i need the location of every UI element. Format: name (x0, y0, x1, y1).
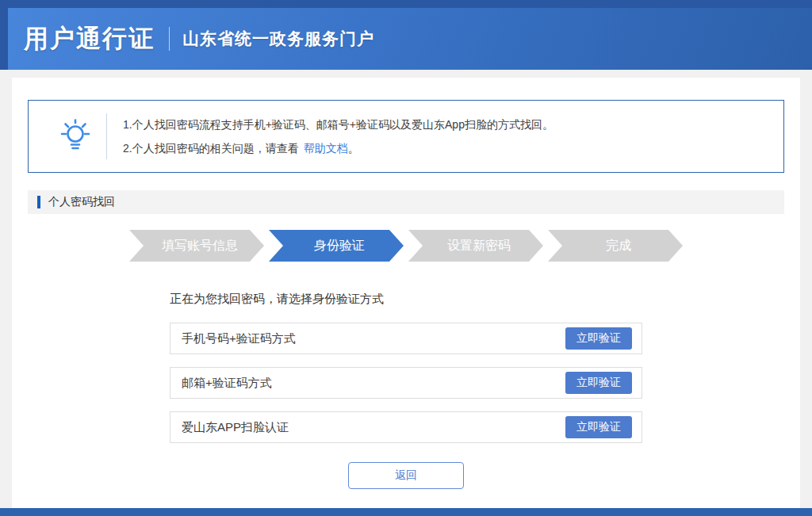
step-complete: 完成 (548, 230, 683, 262)
notice-line-2-text: 2.个人找回密码的相关问题，请查看 (123, 142, 299, 155)
option-label: 手机号码+验证码方式 (182, 331, 296, 346)
portal-subtitle: 山东省统一政务服务门户 (182, 28, 374, 50)
section-title: 个人密码找回 (48, 195, 115, 209)
header-inner: 用户通行证 山东省统一政务服务门户 (0, 8, 812, 70)
steps-bar: 填写账号信息 身份验证 设置新密码 完成 (28, 230, 784, 262)
lightbulb-icon (44, 118, 106, 155)
verify-now-button-email[interactable]: 立即验证 (565, 372, 632, 394)
option-row-email: 邮箱+验证码方式 立即验证 (170, 367, 642, 399)
step-label: 完成 (599, 238, 631, 254)
verify-now-button-face[interactable]: 立即验证 (565, 416, 632, 438)
step-label: 填写账号信息 (155, 238, 238, 254)
section-header: 个人密码找回 (28, 190, 784, 214)
content-card: 1.个人找回密码流程支持手机+验证码、邮箱号+验证码以及爱山东App扫脸的方式找… (12, 78, 800, 508)
verify-now-button-phone[interactable]: 立即验证 (565, 327, 632, 350)
help-doc-link[interactable]: 帮助文档 (304, 142, 348, 155)
step-label: 设置新密码 (441, 238, 511, 254)
notice-text: 1.个人找回密码流程支持手机+验证码、邮箱号+验证码以及爱山东App扫脸的方式找… (123, 113, 553, 160)
notice-line-2: 2.个人找回密码的相关问题，请查看帮助文档。 (123, 136, 553, 160)
page-title: 用户通行证 (24, 22, 155, 55)
header-top-strip (0, 0, 812, 8)
header: 用户通行证 山东省统一政务服务门户 (0, 0, 812, 70)
notice-line-2-period: 。 (348, 142, 359, 155)
step-label: 身份验证 (308, 238, 365, 254)
verification-panel: 正在为您找回密码，请选择身份验证方式 手机号码+验证码方式 立即验证 邮箱+验证… (170, 292, 642, 489)
option-row-phone: 手机号码+验证码方式 立即验证 (170, 323, 642, 354)
notice-divider (106, 113, 107, 159)
back-button[interactable]: 返回 (348, 462, 464, 489)
option-label: 邮箱+验证码方式 (182, 376, 272, 391)
title-divider (169, 27, 170, 51)
option-label: 爱山东APP扫脸认证 (182, 420, 289, 435)
footer-bar (0, 508, 812, 516)
section-marker (37, 196, 40, 208)
step-identity-verification: 身份验证 (269, 230, 404, 262)
option-row-face-scan: 爱山东APP扫脸认证 立即验证 (170, 411, 642, 443)
step-fill-account-info: 填写账号信息 (129, 230, 264, 262)
notice-box: 1.个人找回密码流程支持手机+验证码、邮箱号+验证码以及爱山东App扫脸的方式找… (28, 100, 784, 173)
notice-line-1: 1.个人找回密码流程支持手机+验证码、邮箱号+验证码以及爱山东App扫脸的方式找… (123, 113, 553, 136)
step-set-new-password: 设置新密码 (408, 230, 543, 262)
prompt-text: 正在为您找回密码，请选择身份验证方式 (170, 292, 642, 307)
